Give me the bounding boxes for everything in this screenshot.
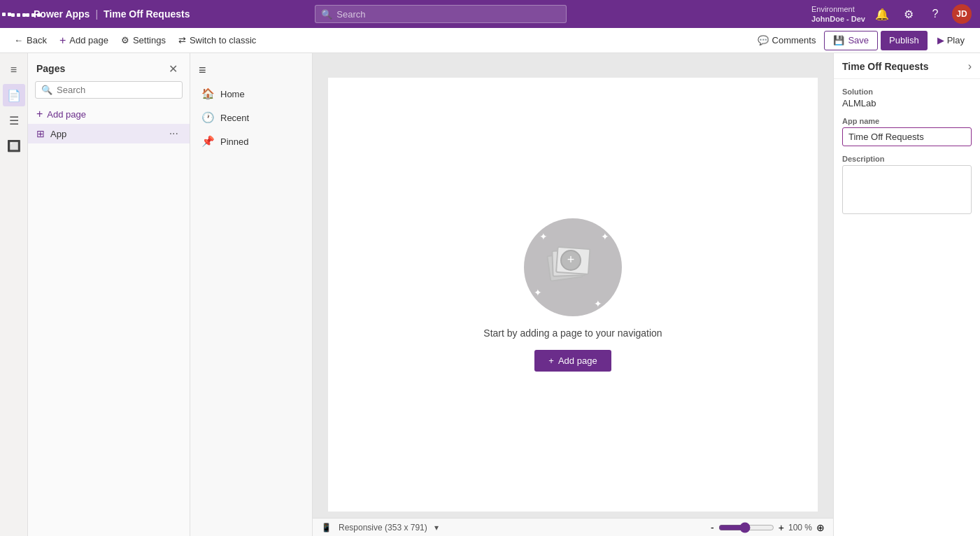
pages-search-bar: 🔍 [35,81,183,99]
solution-label: Solution [842,87,972,96]
toolbar-right-actions: 💬 Comments 💾 Save Publish ▶ Play [752,31,972,50]
right-panel-header: Time Off Requests › [834,53,980,79]
switch-classic-button[interactable]: ⇄ Switch to classic [173,31,262,50]
pages-panel-close-button[interactable]: ✕ [164,60,181,77]
canvas-content: ✦ ✦ ✦ + ✦ Start by adding a page to your… [328,78,818,512]
canvas-area: ✦ ✦ ✦ + ✦ Start by adding a page to your… [313,53,833,536]
pages-add-label: Add page [47,109,86,120]
nav-recent-label: Recent [220,113,249,123]
publish-button[interactable]: Publish [881,31,928,50]
switch-label: Switch to classic [190,35,256,45]
publish-label: Publish [889,35,919,45]
pin-icon: 📌 [201,135,215,148]
back-icon: ← [14,35,23,45]
pages-panel: Pages ✕ 🔍 + Add page ⊞ App ··· [28,53,190,536]
search-input[interactable] [336,9,560,20]
description-textarea[interactable] [842,165,972,214]
sparkle-tl: ✦ [539,231,548,242]
pages-search-icon: 🔍 [41,85,52,95]
pages-search-input[interactable] [57,85,176,95]
top-bar-right: Environment JohnDoe - Dev 🔔 ⚙ ? JD [811,4,972,24]
icon-sidebar: ≡ 📄 ☰ 🔲 [0,53,28,536]
brand-separator: | [95,8,98,20]
responsive-icon: 📱 [321,523,332,533]
nav-item-recent[interactable]: 🕐 Recent [190,106,312,129]
top-search-bar: 🔍 [315,5,567,23]
pages-list: ⊞ App ··· [28,124,190,536]
add-icon: + [59,34,66,47]
app-name-field: App name [842,117,972,146]
zoom-slider[interactable] [718,522,774,533]
description-field: Description [842,155,972,216]
back-button[interactable]: ← Back [8,31,52,50]
sparkle-bl: ✦ [534,287,542,298]
right-panel-body: Solution ALMLab App name Description [834,79,980,225]
save-label: Save [848,35,869,45]
comments-label: Comments [772,35,816,45]
zoom-fit-button[interactable]: ⊕ [816,522,825,533]
pages-add-icon: + [36,108,43,120]
sidebar-pages-button[interactable]: 📄 [3,84,25,106]
settings-label: Settings [133,35,166,45]
home-icon: 🏠 [201,87,215,100]
settings-toolbar-button[interactable]: ⚙ Settings [115,31,171,50]
pages-panel-header: Pages ✕ [28,53,190,81]
main-layout: ≡ 📄 ☰ 🔲 Pages ✕ 🔍 + Add page ⊞ App ··· ≡ [0,53,980,536]
play-label: Play [947,35,965,45]
play-button[interactable]: ▶ Play [930,31,972,50]
play-icon: ▶ [937,35,944,45]
add-page-toolbar-button[interactable]: + Add page [54,31,114,50]
right-panel-title: Time Off Requests [842,61,928,72]
notifications-button[interactable]: 🔔 [872,4,892,24]
settings-icon-button[interactable]: ⚙ [899,4,918,24]
waffle-menu-button[interactable] [8,4,28,24]
right-panel-expand-button[interactable]: › [968,60,972,73]
brand-label: Power Apps | Time Off Requests [34,8,190,20]
app-name-label: App name [842,117,972,125]
zoom-in-button[interactable]: + [779,522,784,533]
status-bar: 📱 Responsive (353 x 791) ▾ - + 100 % ⊕ [313,518,833,536]
page-item-app[interactable]: ⊞ App ··· [28,124,190,143]
back-label: Back [27,35,47,45]
pages-stack-icon: + [552,250,594,285]
pages-add-page-button[interactable]: + Add page [28,104,190,124]
responsive-dropdown-icon[interactable]: ▾ [434,523,439,533]
nav-home-label: Home [220,89,245,99]
help-button[interactable]: ? [925,4,945,24]
sidebar-list-button[interactable]: ☰ [3,109,25,132]
env-label: Environment [811,4,865,14]
nav-preview-panel: ≡ 🏠 Home 🕐 Recent 📌 Pinned [190,53,313,536]
zoom-percent-label: 100 % [788,523,812,533]
canvas-empty-message: Start by adding a page to your navigatio… [483,327,662,339]
comments-button[interactable]: 💬 Comments [752,31,822,50]
gear-icon: ⚙ [121,35,129,45]
sparkle-br: ✦ [594,298,602,309]
nav-hamburger-icon[interactable]: ≡ [190,59,312,82]
avatar[interactable]: JD [952,4,972,24]
switch-icon: ⇄ [178,35,186,45]
solution-value: ALMLab [842,98,972,108]
app-name-input[interactable] [842,127,972,146]
nav-item-pinned[interactable]: 📌 Pinned [190,129,312,153]
sidebar-nav-button[interactable]: ≡ [3,59,25,81]
add-page-label: Add page [69,35,108,45]
solution-field: Solution ALMLab [842,87,972,108]
top-bar: Power Apps | Time Off Requests 🔍 Environ… [0,0,980,28]
brand-app: Time Off Requests [104,8,190,20]
canvas-empty-illustration: ✦ ✦ ✦ + ✦ [524,218,622,316]
canvas-add-page-button[interactable]: + Add page [534,350,611,372]
page-item-label: App [50,129,161,139]
zoom-out-button[interactable]: - [711,522,714,533]
right-panel: Time Off Requests › Solution ALMLab App … [833,53,980,536]
save-button[interactable]: 💾 Save [824,31,878,50]
page-item-icon: ⊞ [36,128,45,139]
brand-power: Power Apps [34,8,90,20]
sidebar-data-button[interactable]: 🔲 [3,134,25,157]
environment-info: Environment JohnDoe - Dev [811,4,865,24]
canvas-add-icon: + [548,355,554,366]
canvas-add-page-label: Add page [558,355,597,366]
comments-icon: 💬 [758,35,769,45]
page-item-more-button[interactable]: ··· [166,127,181,140]
toolbar: ← Back + Add page ⚙ Settings ⇄ Switch to… [0,28,980,53]
nav-item-home[interactable]: 🏠 Home [190,82,312,106]
